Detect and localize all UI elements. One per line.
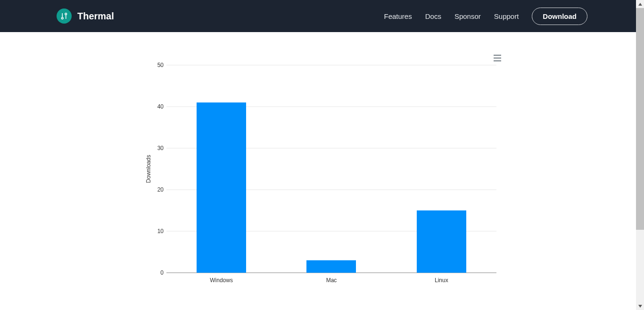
svg-point-2 <box>65 13 67 15</box>
y-tick: 30 <box>157 145 164 151</box>
chart-container: 0 10 20 30 40 50 Downloads Windows Mac L… <box>143 51 501 301</box>
y-tick: 10 <box>157 228 164 235</box>
bar-mac[interactable] <box>306 260 356 273</box>
y-tick: 0 <box>160 269 164 276</box>
bar-linux[interactable] <box>417 210 466 273</box>
y-tick: 40 <box>157 103 164 110</box>
brand[interactable]: Thermal <box>57 8 114 24</box>
svg-marker-12 <box>638 3 642 6</box>
top-nav: Thermal Features Docs Sponsor Support Do… <box>0 0 644 32</box>
bar-windows[interactable] <box>197 102 246 273</box>
scrollbar-thumb[interactable] <box>636 8 644 230</box>
brand-logo-icon <box>57 8 72 24</box>
x-tick: Windows <box>210 277 233 284</box>
main-content: 0 10 20 30 40 50 Downloads Windows Mac L… <box>0 32 644 301</box>
chart-menu-icon[interactable] <box>494 55 501 63</box>
y-axis-label: Downloads <box>145 155 152 183</box>
svg-point-0 <box>61 17 63 19</box>
y-tick: 20 <box>157 186 164 193</box>
brand-name: Thermal <box>77 11 114 22</box>
download-button[interactable]: Download <box>532 8 587 25</box>
downloads-bar-chart: 0 10 20 30 40 50 Downloads Windows Mac L… <box>143 51 501 301</box>
nav-links: Features Docs Sponsor Support Download <box>384 8 587 25</box>
scroll-up-icon[interactable] <box>636 0 644 8</box>
nav-link-sponsor[interactable]: Sponsor <box>454 12 481 20</box>
nav-link-support[interactable]: Support <box>494 12 519 20</box>
x-tick: Linux <box>435 277 448 284</box>
svg-marker-13 <box>638 305 642 308</box>
y-tick: 50 <box>157 62 164 68</box>
nav-link-docs[interactable]: Docs <box>425 12 441 20</box>
x-tick: Mac <box>326 277 337 284</box>
scroll-down-icon[interactable] <box>636 302 644 310</box>
nav-link-features[interactable]: Features <box>384 12 412 20</box>
